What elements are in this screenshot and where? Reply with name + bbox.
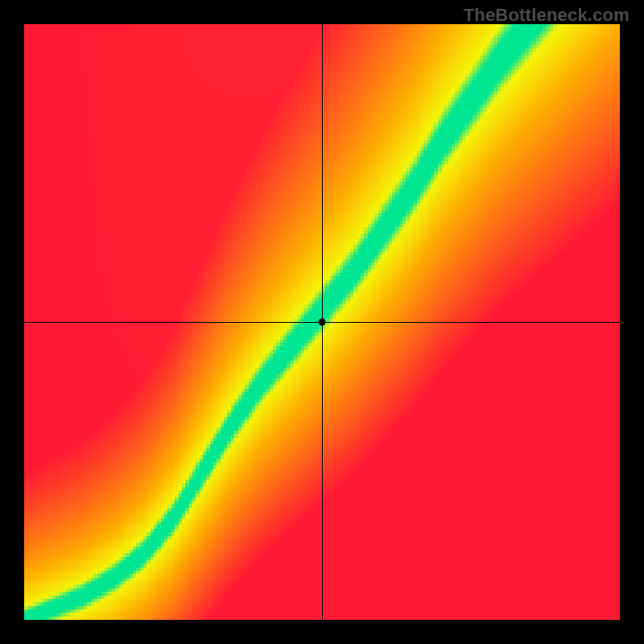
chart-frame: TheBottleneck.com (0, 0, 644, 644)
crosshair-marker (319, 319, 326, 326)
watermark-text: TheBottleneck.com (464, 5, 630, 26)
